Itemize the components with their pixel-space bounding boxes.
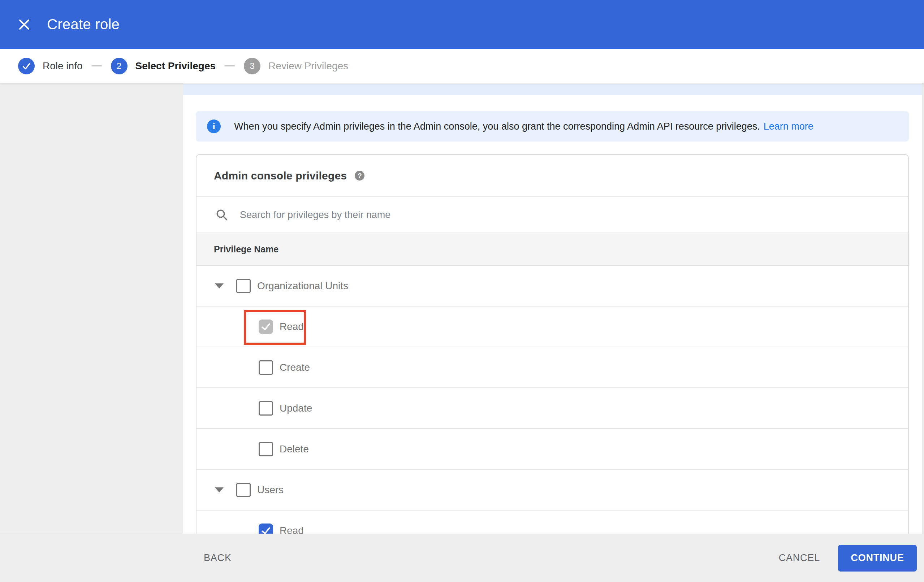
card-title-row: Admin console privileges ? <box>196 155 908 197</box>
step3-label: Review Privileges <box>268 60 348 72</box>
footer-actions: CANCEL CONTINUE <box>779 545 917 572</box>
step2-circle: 2 <box>111 58 127 74</box>
column-header-privilege-name: Privilege Name <box>214 244 279 254</box>
content-region: i When you specify Admin privileges in t… <box>0 83 924 534</box>
collapse-arrow-icon[interactable] <box>215 284 224 289</box>
privilege-row-users[interactable]: Users <box>196 470 908 511</box>
search-icon <box>215 208 228 221</box>
checkbox-create[interactable] <box>259 360 273 375</box>
privilege-row-delete[interactable]: Delete <box>196 429 908 470</box>
learn-more-link[interactable]: Learn more <box>764 121 813 132</box>
step1-label: Role info <box>43 60 83 72</box>
footer-bar: BACK CANCEL CONTINUE <box>0 534 924 582</box>
close-icon <box>18 18 31 31</box>
step1-circle <box>18 58 35 74</box>
privilege-label: Update <box>280 402 312 414</box>
admin-privileges-card: Admin console privileges ? Privilege Nam… <box>196 154 909 534</box>
privilege-row-organizational-units[interactable]: Organizational Units <box>196 266 908 307</box>
check-icon <box>261 322 271 332</box>
info-icon: i <box>207 119 221 133</box>
check-icon <box>21 61 31 71</box>
step-select-privileges[interactable]: 2 Select Privileges <box>111 58 216 74</box>
privilege-label: Delete <box>280 444 309 455</box>
app-bar: Create role <box>0 0 924 49</box>
scrollbar-track[interactable] <box>922 83 924 534</box>
step-separator <box>224 65 235 66</box>
page-title: Create role <box>47 16 120 33</box>
checkbox-users-read-checked[interactable] <box>259 524 273 534</box>
check-icon <box>261 525 271 534</box>
table-header-row: Privilege Name <box>196 233 908 266</box>
checkbox-read-checked[interactable] <box>259 320 273 334</box>
privilege-label: Users <box>257 484 284 496</box>
checkbox-organizational-units[interactable] <box>236 279 251 293</box>
privilege-label: Create <box>280 362 310 373</box>
card-title: Admin console privileges <box>214 170 347 182</box>
privilege-row-create[interactable]: Create <box>196 347 908 388</box>
scrolled-card-edge <box>183 84 922 95</box>
help-icon[interactable]: ? <box>355 171 365 181</box>
back-button[interactable]: BACK <box>204 552 231 564</box>
step3-circle: 3 <box>244 58 261 74</box>
privilege-row-users-read[interactable]: Read <box>196 511 908 534</box>
banner-text: When you specify Admin privileges in the… <box>234 121 760 132</box>
step2-label: Select Privileges <box>135 60 216 72</box>
step-review-privileges[interactable]: 3 Review Privileges <box>244 58 348 74</box>
step-separator <box>91 65 102 66</box>
search-input[interactable] <box>240 209 782 221</box>
cancel-button[interactable]: CANCEL <box>779 552 820 564</box>
collapse-arrow-icon[interactable] <box>215 487 224 493</box>
privilege-row-update[interactable]: Update <box>196 388 908 429</box>
checkbox-update[interactable] <box>259 401 273 415</box>
privilege-label: Organizational Units <box>257 280 348 292</box>
stepper: Role info 2 Select Privileges 3 Review P… <box>0 49 924 83</box>
continue-button[interactable]: CONTINUE <box>838 545 917 572</box>
privilege-label: Read <box>280 321 304 333</box>
privilege-row-read[interactable]: Read <box>196 307 908 347</box>
checkbox-delete[interactable] <box>259 442 273 457</box>
privilege-label: Read <box>280 525 304 534</box>
step-role-info[interactable]: Role info <box>18 58 83 74</box>
close-button[interactable] <box>12 12 37 37</box>
checkbox-users[interactable] <box>236 483 251 497</box>
info-banner: i When you specify Admin privileges in t… <box>196 111 909 142</box>
search-row <box>196 197 908 233</box>
